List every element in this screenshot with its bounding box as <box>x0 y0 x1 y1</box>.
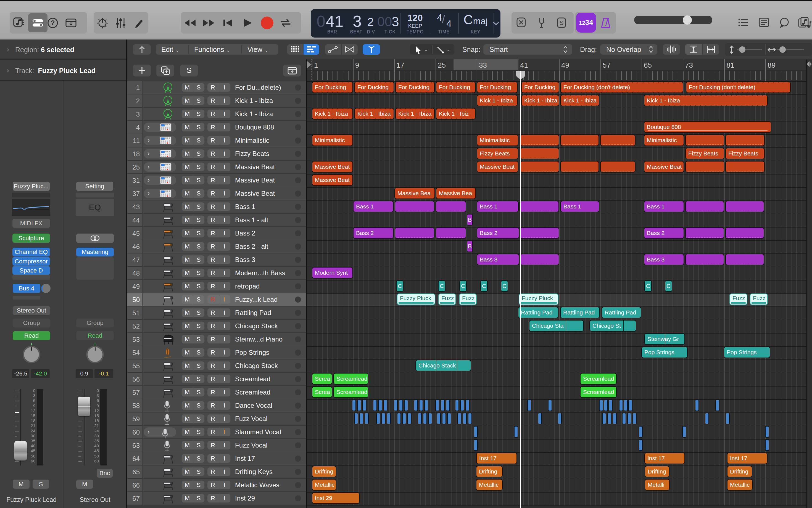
svg-text:S: S <box>560 19 564 26</box>
svg-text:?: ? <box>51 19 55 27</box>
